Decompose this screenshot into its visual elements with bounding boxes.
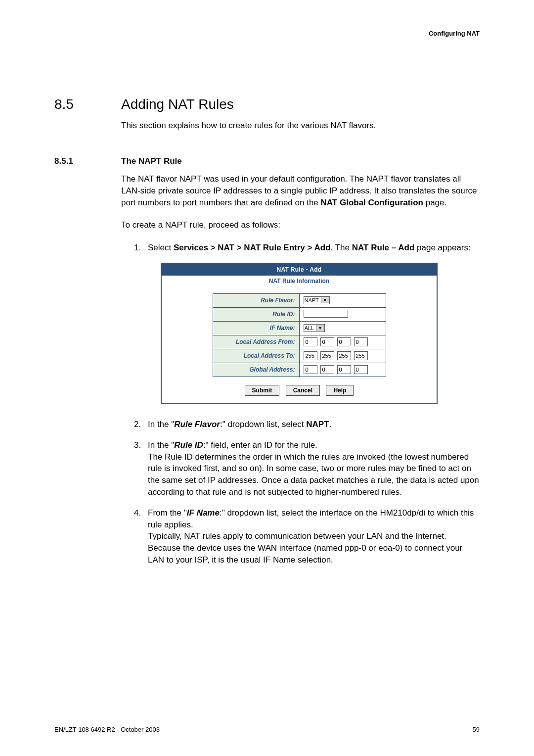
help-button[interactable]: Help xyxy=(326,385,354,396)
ip-octet[interactable]: 0 xyxy=(320,365,334,374)
table-row: Rule Flavor: NAPT ▼ xyxy=(213,293,386,307)
subsection-title: The NAPT Rule xyxy=(121,156,182,166)
ip-octet[interactable]: 0 xyxy=(354,365,368,374)
text: field, enter an ID for the rule. xyxy=(209,440,317,450)
inline-bold: NAT Rule – Add xyxy=(352,243,415,252)
field-label: Rule Flavor: xyxy=(213,293,299,307)
paragraph: To create a NAPT rule, proceed as follow… xyxy=(121,219,480,231)
inline-bold: NAT Global Configuration xyxy=(321,198,423,207)
chevron-down-icon: ▼ xyxy=(321,297,329,303)
nat-rule-table: Rule Flavor: NAPT ▼ Rule ID: xyxy=(213,293,386,377)
table-row: IF Name: ALL ▼ xyxy=(213,321,386,335)
list-number: 3. xyxy=(134,439,148,498)
field-label: Rule ID: xyxy=(213,307,299,321)
text: :" xyxy=(220,508,225,518)
ip-octet[interactable]: 0 xyxy=(354,337,368,346)
section-number: 8.5 xyxy=(54,96,121,112)
text: From the xyxy=(148,508,184,518)
table-row: Local Address From: 0 0 0 0 xyxy=(213,335,386,349)
ip-octet[interactable]: 255 xyxy=(304,351,317,360)
text: page appears: xyxy=(414,243,470,252)
ip-octet[interactable]: 255 xyxy=(354,351,368,360)
ip-octet[interactable]: 0 xyxy=(337,337,351,346)
field-label: Local Address From: xyxy=(213,335,299,349)
list-number: 2. xyxy=(134,419,148,430)
footer-left: EN/LZT 108 6492 R2 - October 2003 xyxy=(54,726,160,733)
text: In the xyxy=(148,420,171,429)
inline-bold-italic: IF Name xyxy=(187,508,220,518)
inline-bold-italic: Rule Flavor xyxy=(174,420,220,429)
local-address-from-input[interactable]: 0 0 0 0 xyxy=(304,337,382,346)
field-label: IF Name: xyxy=(213,321,299,335)
list-item: 1. Select Services > NAT > NAT Rule Entr… xyxy=(134,242,480,254)
text: . The xyxy=(331,243,352,252)
list-item: 4. From the "IF Name:" dropdown list, se… xyxy=(134,507,480,566)
nat-rule-panel: NAT Rule - Add NAT Rule Information Rule… xyxy=(161,263,438,404)
panel-title: NAT Rule - Add xyxy=(162,264,437,276)
text: dropdown list, select xyxy=(225,420,306,429)
cancel-button[interactable]: Cancel xyxy=(286,385,320,396)
list-item: 3. In the "Rule ID:" field, enter an ID … xyxy=(134,439,480,498)
ip-octet[interactable]: 0 xyxy=(337,365,351,374)
chevron-down-icon: ▼ xyxy=(316,325,324,331)
table-row: Local Address To: 255 255 255 255 xyxy=(213,349,386,363)
text: :" xyxy=(203,440,209,450)
section-title: Adding NAT Rules xyxy=(121,96,234,112)
text: Typically, NAT rules apply to communicat… xyxy=(148,531,462,565)
text: page. xyxy=(423,198,446,207)
panel-section-header: NAT Rule Information xyxy=(162,276,437,287)
ip-octet[interactable]: 255 xyxy=(320,351,334,360)
select-value: NAPT xyxy=(305,297,319,303)
list-number: 4. xyxy=(134,507,148,566)
text: In the xyxy=(148,440,171,450)
running-header: Configuring NAT xyxy=(54,30,480,37)
rule-id-input[interactable] xyxy=(304,310,348,318)
ip-octet[interactable]: 0 xyxy=(304,365,317,374)
ip-octet[interactable]: 0 xyxy=(320,337,334,346)
table-row: Global Address: 0 0 0 0 xyxy=(213,363,386,377)
submit-button[interactable]: Submit xyxy=(245,385,280,396)
global-address-input[interactable]: 0 0 0 0 xyxy=(304,365,382,374)
ip-octet[interactable]: 0 xyxy=(304,337,317,346)
if-name-select[interactable]: ALL ▼ xyxy=(304,324,325,332)
list-item: 2. In the "Rule Flavor:" dropdown list, … xyxy=(134,419,480,430)
inline-bold-italic: Rule ID xyxy=(174,440,203,450)
field-label: Local Address To: xyxy=(213,349,299,363)
inline-bold: NAPT xyxy=(306,420,329,429)
select-value: ALL xyxy=(305,325,314,331)
field-label: Global Address: xyxy=(213,363,299,377)
text: :" xyxy=(220,420,225,429)
text: The Rule ID determines the order in whic… xyxy=(148,452,479,497)
page-number: 59 xyxy=(473,726,480,733)
inline-bold: Services > NAT > NAT Rule Entry > Add xyxy=(174,243,331,252)
subsection-number: 8.5.1 xyxy=(54,156,121,166)
ip-octet[interactable]: 255 xyxy=(337,351,351,360)
paragraph: The NAT flavor NAPT was used in your def… xyxy=(121,173,480,208)
list-number: 1. xyxy=(134,242,148,254)
local-address-to-input[interactable]: 255 255 255 255 xyxy=(304,351,382,360)
text: . xyxy=(329,420,331,429)
text: Select xyxy=(148,243,174,252)
section-intro: This section explains how to create rule… xyxy=(121,120,480,132)
table-row: Rule ID: xyxy=(213,307,386,321)
rule-flavor-select[interactable]: NAPT ▼ xyxy=(304,296,330,304)
